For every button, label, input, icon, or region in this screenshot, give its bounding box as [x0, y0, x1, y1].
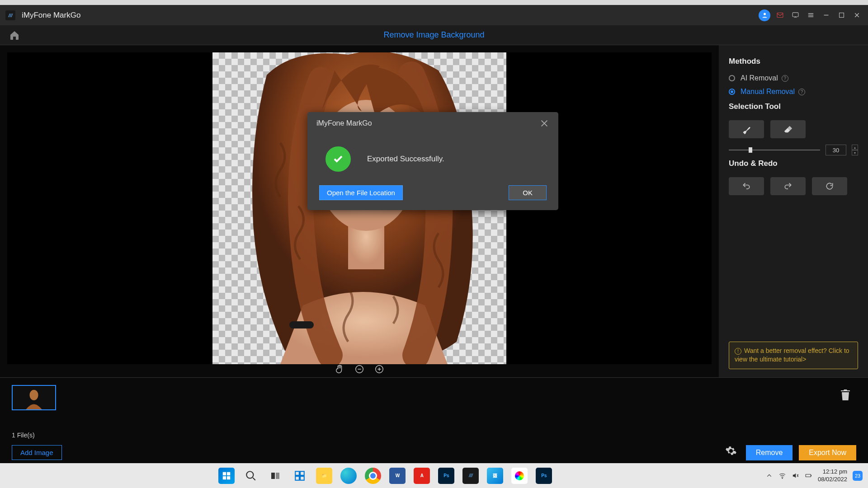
menu-icon[interactable]: [805, 9, 816, 21]
ok-button[interactable]: OK: [509, 185, 547, 200]
svg-rect-17: [301, 471, 305, 475]
zoom-in-icon[interactable]: [374, 364, 384, 374]
thumbnails-strip: 1 File(s): [0, 377, 868, 445]
redo-button[interactable]: [770, 177, 806, 195]
pan-hand-icon[interactable]: [335, 364, 344, 374]
svg-rect-19: [301, 476, 305, 480]
remove-button[interactable]: Remove: [746, 445, 793, 460]
svg-rect-6: [289, 321, 314, 328]
radio-ai-removal-label: AI Removal: [741, 74, 778, 82]
tutorial-tip[interactable]: !Want a better removal effect? Click to …: [729, 342, 858, 369]
taskbar-edge-icon[interactable]: [340, 468, 357, 484]
selection-tool-header: Selection Tool: [729, 102, 858, 111]
brush-size-up[interactable]: ▲: [852, 145, 858, 150]
taskbar-markgo-icon[interactable]: ///: [462, 468, 479, 484]
reset-button[interactable]: [812, 177, 847, 195]
svg-rect-16: [296, 471, 300, 475]
brush-size-down[interactable]: ▼: [852, 150, 858, 155]
brush-size-slider[interactable]: [729, 150, 820, 150]
radio-ai-removal[interactable]: AI Removal ?: [729, 74, 858, 82]
radio-manual-removal[interactable]: Manual Removal ?: [729, 88, 858, 96]
svg-point-13: [247, 471, 254, 478]
taskbar-taskview-icon[interactable]: [267, 468, 283, 484]
browser-tab-strip: [0, 0, 868, 5]
thumbnail-1[interactable]: [12, 385, 56, 410]
radio-manual-removal-label: Manual Removal: [741, 88, 795, 96]
account-icon[interactable]: [759, 9, 770, 21]
taskbar-cc-icon[interactable]: [511, 468, 528, 484]
windows-taskbar: 📁 W A Ps /// 🖼 Ps 12:12 pm 08/02/2022 23: [0, 463, 868, 488]
svg-rect-1: [777, 13, 783, 18]
notification-badge[interactable]: 23: [853, 471, 863, 481]
bottom-bar: Add Image Remove Export Now: [0, 445, 868, 463]
svg-point-20: [782, 478, 783, 478]
titlebar: /// iMyFone MarkGo: [0, 5, 868, 25]
svg-rect-2: [793, 13, 798, 17]
mail-icon[interactable]: [774, 9, 786, 21]
taskbar-word-icon[interactable]: W: [389, 468, 406, 484]
taskbar-photoshop2-icon[interactable]: Ps: [536, 468, 552, 484]
taskbar-photoshop-icon[interactable]: Ps: [438, 468, 454, 484]
tutorial-tip-text: Want a better removal effect? Click to v…: [735, 347, 849, 363]
svg-rect-15: [276, 473, 279, 479]
taskbar-start-icon[interactable]: [218, 468, 235, 484]
canvas-tools: [7, 364, 712, 374]
add-image-button[interactable]: Add Image: [12, 445, 62, 460]
maximize-icon[interactable]: [835, 9, 847, 21]
brush-tool-button[interactable]: [729, 120, 764, 138]
info-icon: !: [735, 348, 741, 355]
wifi-icon[interactable]: [778, 472, 786, 479]
svg-rect-10: [227, 472, 230, 475]
volume-icon[interactable]: [792, 472, 799, 479]
file-count: 1 File(s): [12, 432, 35, 439]
help-icon[interactable]: ?: [782, 75, 788, 82]
svg-rect-18: [296, 476, 300, 480]
right-panel: Methods AI Removal ? Manual Removal ? Se…: [719, 45, 868, 377]
tray-chevron-icon[interactable]: [765, 472, 773, 479]
close-icon[interactable]: [851, 9, 863, 21]
svg-rect-22: [811, 475, 811, 476]
taskbar-search-icon[interactable]: [243, 468, 259, 484]
undo-redo-header: Undo & Redo: [729, 159, 858, 168]
help-icon[interactable]: ?: [798, 89, 805, 95]
app-title: iMyFone MarkGo: [22, 11, 80, 20]
svg-rect-12: [227, 476, 230, 479]
battery-icon[interactable]: [805, 472, 812, 479]
zoom-out-icon[interactable]: [354, 364, 364, 374]
dialog-close-icon[interactable]: [539, 118, 549, 128]
svg-rect-14: [271, 473, 275, 479]
brush-size-value[interactable]: 30: [826, 145, 846, 155]
taskbar-photos-icon[interactable]: 🖼: [487, 468, 503, 484]
taskbar-explorer-icon[interactable]: 📁: [316, 468, 332, 484]
toolbar: Remove Image Background: [0, 25, 868, 45]
trash-icon[interactable]: [840, 389, 851, 401]
svg-rect-9: [223, 472, 226, 475]
eraser-tool-button[interactable]: [770, 120, 806, 138]
settings-icon[interactable]: [725, 445, 737, 457]
clock-date: 08/02/2022: [818, 476, 847, 483]
home-icon[interactable]: [9, 30, 20, 41]
success-check-icon: [326, 146, 351, 172]
clock[interactable]: 12:12 pm 08/02/2022: [818, 468, 847, 483]
svg-point-0: [764, 13, 766, 15]
taskbar-acrobat-icon[interactable]: A: [414, 468, 430, 484]
export-now-button[interactable]: Export Now: [799, 445, 856, 460]
taskbar-chrome-icon[interactable]: [365, 468, 381, 484]
app-logo-icon: ///: [5, 10, 15, 20]
svg-rect-3: [839, 13, 844, 18]
feedback-icon[interactable]: [789, 9, 801, 21]
svg-rect-11: [223, 476, 226, 479]
methods-header: Methods: [729, 57, 858, 66]
taskbar-widgets-icon[interactable]: [292, 468, 308, 484]
clock-time: 12:12 pm: [818, 468, 847, 475]
open-file-location-button[interactable]: Open the File Location: [319, 185, 403, 200]
dialog-title: iMyFone MarkGo: [316, 119, 372, 127]
minimize-icon[interactable]: [820, 9, 832, 21]
undo-button[interactable]: [729, 177, 764, 195]
dialog-message: Exported Successfully.: [367, 155, 444, 164]
system-tray: 12:12 pm 08/02/2022 23: [765, 468, 863, 483]
page-title: Remove Image Background: [383, 30, 484, 40]
export-success-dialog: iMyFone MarkGo Exported Successfully. Op…: [307, 112, 558, 210]
svg-rect-21: [806, 474, 811, 477]
